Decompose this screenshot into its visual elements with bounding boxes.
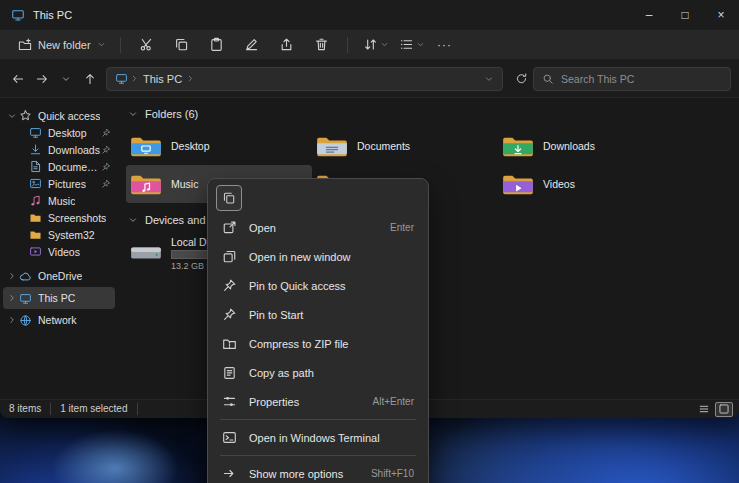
terminal-icon bbox=[222, 430, 237, 445]
view-button[interactable] bbox=[394, 33, 430, 57]
chevron-down-icon[interactable] bbox=[128, 215, 138, 225]
close-button[interactable]: × bbox=[703, 0, 739, 30]
desktop-wallpaper: This PC – □ × New folder bbox=[0, 0, 739, 483]
menu-item-label: Compress to ZIP file bbox=[249, 338, 406, 350]
folder-name: Downloads bbox=[543, 140, 595, 152]
address-bar[interactable]: This PC bbox=[106, 67, 503, 91]
chevron-down-icon[interactable] bbox=[7, 111, 17, 121]
breadcrumb-this-pc[interactable]: This PC bbox=[143, 73, 182, 85]
minimize-button[interactable]: – bbox=[631, 0, 667, 30]
menu-item-label: Copy as path bbox=[249, 367, 406, 379]
menu-item-label: Open in Windows Terminal bbox=[249, 432, 406, 444]
sidebar-item-pictures[interactable]: Pictures bbox=[3, 175, 115, 192]
folder-tile-desktop[interactable]: Desktop bbox=[126, 127, 312, 165]
context-menu-item-open-in-windows-terminal[interactable]: Open in Windows Terminal bbox=[212, 423, 424, 452]
rename-icon bbox=[244, 37, 259, 52]
maximize-button[interactable]: □ bbox=[667, 0, 703, 30]
folder-tile-videos[interactable]: Videos bbox=[498, 165, 684, 203]
rename-button[interactable] bbox=[236, 33, 267, 57]
sidebar-item-label: Screenshots bbox=[48, 212, 106, 224]
context-menu-item-copy-as-path[interactable]: Copy as path bbox=[212, 358, 424, 387]
sidebar-item-onedrive[interactable]: OneDrive bbox=[3, 265, 115, 287]
chevron-down-icon[interactable] bbox=[128, 109, 138, 119]
menu-item-shortcut: Enter bbox=[390, 222, 414, 233]
new-folder-button[interactable]: New folder bbox=[14, 33, 110, 57]
sort-button[interactable] bbox=[358, 33, 394, 57]
context-menu-item-pin-to-quick-access[interactable]: Pin to Quick access bbox=[212, 271, 424, 300]
sidebar-item-desktop[interactable]: Desktop bbox=[3, 124, 115, 141]
folders-header-label: Folders (6) bbox=[145, 108, 198, 120]
forward-arrow-icon bbox=[35, 72, 49, 86]
zip-icon bbox=[222, 336, 237, 351]
context-menu: Open Enter Open in new window Pin to Qui… bbox=[207, 178, 429, 483]
refresh-button[interactable] bbox=[509, 67, 533, 91]
sidebar-item-downloads[interactable]: Downloads bbox=[3, 141, 115, 158]
pictures-icon bbox=[29, 177, 42, 190]
context-menu-item-properties[interactable]: Properties Alt+Enter bbox=[212, 387, 424, 416]
properties-icon bbox=[222, 394, 237, 409]
context-menu-item-show-more-options[interactable]: Show more options Shift+F10 bbox=[212, 459, 424, 483]
recent-locations-button[interactable] bbox=[54, 67, 78, 91]
pc-icon bbox=[115, 72, 128, 85]
sidebar-item-screenshots[interactable]: Screenshots bbox=[3, 209, 115, 226]
videos-icon bbox=[29, 245, 42, 258]
folder-name: Desktop bbox=[171, 140, 210, 152]
folder-icon bbox=[29, 228, 42, 241]
chevron-right-icon[interactable] bbox=[7, 315, 17, 325]
context-menu-item-compress-to-zip[interactable]: Compress to ZIP file bbox=[212, 329, 424, 358]
folder-tile-documents[interactable]: Documents bbox=[312, 127, 498, 165]
menu-item-shortcut: Shift+F10 bbox=[371, 468, 414, 479]
context-menu-item-open[interactable]: Open Enter bbox=[212, 213, 424, 242]
clipboard-tools bbox=[131, 33, 337, 57]
search-box[interactable] bbox=[533, 67, 731, 91]
large-thumbnails-view-button[interactable] bbox=[715, 402, 733, 417]
sidebar-item-label: Downloads bbox=[48, 144, 100, 156]
details-view-button[interactable] bbox=[695, 402, 713, 417]
sidebar-item-label: OneDrive bbox=[38, 270, 82, 282]
document-icon bbox=[29, 160, 42, 173]
sidebar-item-label: Network bbox=[38, 314, 77, 326]
see-more-button[interactable]: ··· bbox=[430, 33, 460, 57]
chevron-right-icon bbox=[130, 74, 139, 83]
share-button[interactable] bbox=[271, 33, 302, 57]
sidebar-item-label: Videos bbox=[48, 246, 80, 258]
sidebar-item-network[interactable]: Network bbox=[3, 309, 115, 331]
chevron-down-icon bbox=[97, 40, 106, 49]
sidebar-item-videos[interactable]: Videos bbox=[3, 243, 115, 260]
folders-section-header[interactable]: Folders (6) bbox=[128, 105, 739, 123]
copy-button[interactable] bbox=[166, 33, 197, 57]
toolbar-separator bbox=[120, 37, 121, 53]
command-bar: New folder ··· bbox=[0, 30, 739, 60]
pin-icon bbox=[101, 145, 111, 155]
up-button[interactable] bbox=[78, 67, 102, 91]
context-menu-item-pin-to-start[interactable]: Pin to Start bbox=[212, 300, 424, 329]
sidebar-item-quick-access[interactable]: Quick access bbox=[3, 107, 115, 124]
address-dropdown-icon[interactable] bbox=[484, 74, 494, 84]
paste-button[interactable] bbox=[201, 33, 232, 57]
chevron-right-icon[interactable] bbox=[7, 271, 17, 281]
back-button[interactable] bbox=[6, 67, 30, 91]
context-menu-item-open-in-new-window[interactable]: Open in new window bbox=[212, 242, 424, 271]
drive-icon bbox=[130, 240, 162, 266]
folder-tile-downloads[interactable]: Downloads bbox=[498, 127, 684, 165]
selection-count: 1 item selected bbox=[51, 403, 137, 415]
chevron-right-icon bbox=[186, 74, 195, 83]
forward-button[interactable] bbox=[30, 67, 54, 91]
pin-icon bbox=[101, 162, 111, 172]
sidebar-item-system32[interactable]: System32 bbox=[3, 226, 115, 243]
pin-icon bbox=[101, 179, 111, 189]
paste-icon bbox=[209, 37, 224, 52]
quick-copy-button[interactable] bbox=[216, 185, 242, 211]
delete-button[interactable] bbox=[306, 33, 337, 57]
chevron-right-icon[interactable] bbox=[7, 293, 17, 303]
pin-icon bbox=[222, 307, 237, 322]
navigation-bar: This PC bbox=[0, 60, 739, 98]
sidebar-item-this-pc[interactable]: This PC bbox=[3, 287, 115, 309]
sidebar-item-music[interactable]: Music bbox=[3, 192, 115, 209]
menu-item-label: Pin to Start bbox=[249, 309, 406, 321]
sidebar-item-documents[interactable]: Documents bbox=[3, 158, 115, 175]
title-bar[interactable]: This PC – □ × bbox=[0, 0, 739, 30]
context-menu-quick-actions bbox=[212, 183, 424, 213]
cut-button[interactable] bbox=[131, 33, 162, 57]
search-input[interactable] bbox=[561, 73, 722, 85]
